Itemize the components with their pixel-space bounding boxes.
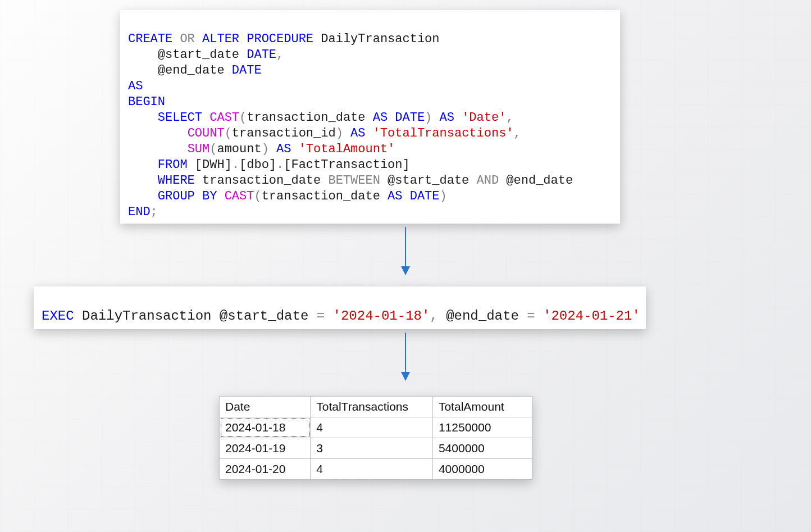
rp: ) [262,142,269,156]
cell-totalamt: 11250000 [432,417,532,438]
param-end: @end_date [158,63,225,78]
col-txdate-1: transaction_date [247,111,365,125]
kw-as: AS [128,79,143,93]
where-end: @end_date [506,174,573,188]
fn-cast-2: CAST [225,189,254,203]
kw-exec: EXEC [42,308,74,324]
from-dwh: [DWH] [195,158,232,172]
col-amount: amount [217,142,261,156]
where-start: @start_date [388,174,469,188]
kw-alter: ALTER [202,32,239,46]
result-row: 2024-01-20 4 4000000 [220,459,532,480]
cell-totaltx: 4 [311,459,433,480]
rp: ) [336,126,343,140]
kw-create: CREATE [128,32,172,46]
from-dbo: [dbo] [239,158,276,172]
fn-cast-1: CAST [209,111,239,125]
fn-sum: SUM [188,142,210,156]
kw-as-alias-1: AS [440,111,454,125]
rp: ) [425,111,432,125]
param-start: @start_date [158,48,239,62]
col-txid: transaction_id [232,126,336,140]
kw-begin: BEGIN [128,95,165,109]
exec-proc: DailyTransaction [82,308,211,324]
kw-as-alias-2: AS [350,126,365,140]
result-row: 2024-01-18 4 11250000 [220,417,532,438]
cell-date: 2024-01-18 [220,417,311,438]
exec-param-start: @start_date [220,308,308,324]
kw-select: SELECT [158,111,202,125]
svg-marker-3 [401,372,410,381]
kw-as-cast-1: AS [373,111,388,125]
exec-param-end: @end_date [446,308,519,324]
sql-exec-block: EXEC DailyTransaction @start_date = '202… [34,287,646,329]
kw-by: BY [202,189,217,203]
result-grid: Date TotalTransactions TotalAmount 2024-… [219,396,532,480]
type-date-cast-1: DATE [395,111,425,125]
sql-create-procedure-block: CREATE OR ALTER PROCEDURE DailyTransacti… [120,10,620,224]
lp: ( [225,126,232,140]
cell-totaltx: 3 [311,438,433,459]
cell-date: 2024-01-20 [220,459,311,480]
col-header-totaltx: TotalTransactions [311,397,433,417]
result-header-row: Date TotalTransactions TotalAmount [220,397,532,417]
alias-totaltx: 'TotalTransactions' [373,126,514,140]
arrow-down-icon [399,226,412,276]
kw-as-alias-3: AS [276,142,291,156]
kw-and: AND [477,174,499,188]
from-table: [FactTransaction] [284,158,409,172]
col-header-date: Date [220,397,311,417]
comma: , [276,48,284,62]
kw-procedure: PROCEDURE [247,32,313,46]
cell-date: 2024-01-19 [220,438,311,459]
kw-between: BETWEEN [328,174,380,188]
kw-where: WHERE [158,174,195,188]
kw-from: FROM [158,158,188,172]
comma: , [506,111,513,125]
cell-totalamt: 5400000 [432,438,532,459]
lp: ( [239,111,247,125]
rp: ) [440,189,447,203]
exec-start-val: '2024-01-18' [333,308,430,324]
col-header-totalamt: TotalAmount [432,397,532,417]
eq: = [527,308,535,324]
where-col: transaction_date [202,174,321,188]
result-row: 2024-01-19 3 5400000 [220,438,532,459]
kw-group: GROUP [158,189,195,203]
type-date-cast-2: DATE [410,189,440,203]
dot: . [276,158,284,172]
dot: . [232,158,239,172]
comma: , [430,308,438,324]
lp: ( [254,189,261,203]
col-txdate-2: transaction_date [262,189,380,203]
kw-or: OR [180,32,194,46]
eq: = [317,308,325,324]
type-date-2: DATE [232,63,262,78]
kw-end: END [128,205,151,219]
lp: ( [209,142,217,156]
svg-marker-1 [401,266,410,275]
alias-date: 'Date' [462,111,506,125]
alias-totalamt: 'TotalAmount' [299,142,395,156]
type-date-1: DATE [247,48,276,62]
cell-totalamt: 4000000 [432,459,532,480]
arrow-down-icon [399,331,412,382]
cell-totaltx: 4 [311,417,433,438]
kw-as-cast-2: AS [388,189,402,203]
comma: , [514,126,521,140]
proc-name: DailyTransaction [321,32,439,46]
semi: ; [151,205,158,219]
exec-end-val: '2024-01-21' [543,308,640,324]
fn-count: COUNT [188,126,225,140]
